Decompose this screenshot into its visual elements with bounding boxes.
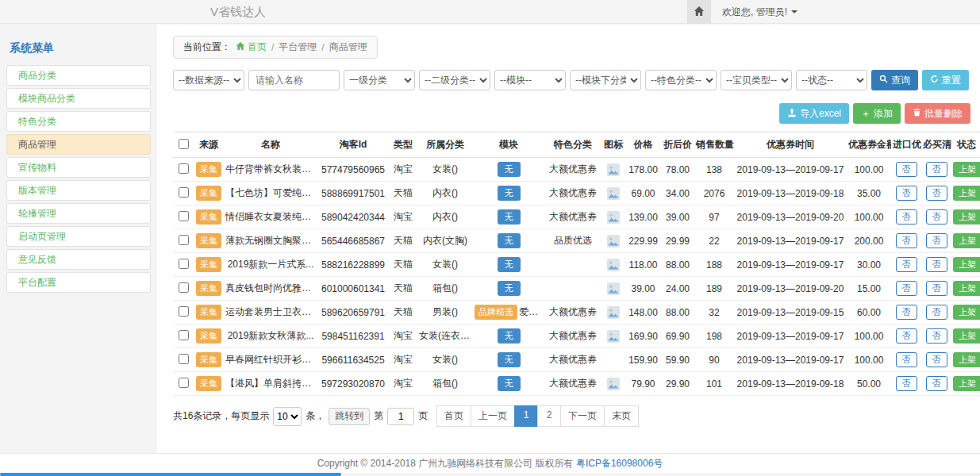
module-cell: 无 [473,253,544,277]
sidebar-item-sub[interactable]: 版本管理 [6,180,151,201]
must-buy-toggle[interactable]: 否 [926,376,947,391]
row-checkbox[interactable] [179,330,189,340]
sidebar-item-sub[interactable]: 商品分类 [6,65,151,86]
import-choice-toggle[interactable]: 否 [896,352,917,367]
main-content: 当前位置： 首页 / 平台管理 / 商品管理 --数据来源-- 一级分类--二级… [157,25,980,453]
import-choice-toggle[interactable]: 否 [896,376,917,391]
must-buy-toggle[interactable]: 否 [926,209,947,225]
sidebar-item-sub[interactable]: 启动页管理 [6,226,151,247]
status-button[interactable]: 上架 [953,352,980,367]
page-nav-button[interactable]: 末页 [604,405,639,427]
product-thumbnail [607,163,620,176]
status-button[interactable]: 上架 [953,376,980,391]
status-button[interactable]: 上架 [953,281,980,296]
filter-select[interactable]: --二级分类-- [419,70,490,90]
page-nav-button[interactable]: 下一页 [560,405,605,427]
page-size-select[interactable]: 10 [273,407,302,426]
filter-select[interactable]: --状态-- [796,70,867,90]
batch-delete-button[interactable]: 批量删除 [905,103,970,124]
row-checkbox[interactable] [179,354,189,364]
price: 39.00 [625,277,661,301]
row-checkbox[interactable] [179,163,189,174]
sidebar-item-sub[interactable]: 意见反馈 [6,249,151,270]
must-buy-toggle[interactable]: 否 [926,352,947,367]
import-choice-toggle[interactable]: 否 [896,257,917,272]
product-category: 女装() [417,348,473,372]
column-header: 图标 [601,132,625,158]
import-choice-toggle[interactable]: 否 [896,162,917,177]
sidebar-item-sub[interactable]: 模块商品分类 [6,88,151,109]
breadcrumb-separator: / [321,42,324,53]
row-checkbox[interactable] [179,378,189,388]
must-buy-toggle[interactable]: 否 [926,162,947,177]
filter-select[interactable]: --数据来源-- [173,70,244,90]
product-category: 男装() [417,301,473,324]
page-number-button[interactable]: 1 [514,405,538,427]
filter-select[interactable]: --特色分类-- [645,70,717,90]
import-choice-toggle[interactable]: 否 [896,233,917,248]
breadcrumb-prefix: 当前位置： [183,40,231,54]
horizontal-scrollbar-thumb[interactable] [0,473,341,476]
filter-select[interactable]: 一级分类 [344,70,415,90]
row-checkbox[interactable] [179,187,189,198]
sidebar-item-sub[interactable]: 特色分类 [6,111,151,132]
select-all-checkbox[interactable] [179,139,189,149]
feature-category: 大额优惠券 [544,324,601,348]
search-button[interactable]: 查询 [871,70,918,90]
must-buy-toggle[interactable]: 否 [926,186,947,201]
status-button[interactable]: 上架 [953,305,980,320]
filter-select[interactable]: --宝贝类型-- [721,70,792,90]
home-button[interactable] [687,0,711,24]
import-choice-toggle[interactable]: 否 [896,186,917,201]
import-choice-toggle[interactable]: 否 [896,305,917,320]
status-button[interactable]: 上架 [953,186,980,201]
icon-cell [601,372,625,396]
jump-button[interactable]: 跳转到 [329,408,370,425]
page-number-input[interactable] [387,408,414,425]
page-nav-button[interactable]: 上一页 [471,405,515,427]
product-category: 箱包() [417,372,473,396]
column-header: 优惠券时间 [734,132,847,158]
row-checkbox[interactable] [179,235,189,245]
filter-select[interactable]: --模块下分类-- [570,70,641,90]
add-button[interactable]: ＋ 添加 [853,103,901,124]
coupon-amount: 60.00 [847,301,891,324]
must-buy-toggle[interactable]: 否 [926,305,947,320]
breadcrumb-item: 商品管理 [329,40,367,54]
page-number-button[interactable]: 2 [537,405,561,427]
must-buy-toggle[interactable]: 否 [926,233,947,248]
row-checkbox[interactable] [179,282,189,293]
import-choice-toggle[interactable]: 否 [896,281,917,296]
must-buy-toggle[interactable]: 否 [926,257,947,272]
row-checkbox[interactable] [179,211,189,221]
status-button[interactable]: 上架 [953,328,980,344]
status-button[interactable]: 上架 [953,209,980,225]
breadcrumb-home-link[interactable]: 首页 [236,40,267,54]
sidebar-item-sub[interactable]: 商品管理 [6,134,151,155]
must-buy-toggle[interactable]: 否 [926,281,947,296]
page-nav-button[interactable]: 首页 [436,405,471,427]
feature-category: 大额优惠券 [544,348,601,372]
module-cell: 无 [473,182,544,205]
product-name: 2019新款女秋薄款... [224,324,317,348]
filter-select[interactable]: --模块-- [494,70,566,90]
discount-price: 24.00 [661,277,694,301]
status-button[interactable]: 上架 [953,257,980,272]
must-buy-toggle[interactable]: 否 [926,328,947,344]
reset-button[interactable]: 重置 [922,70,969,90]
import-choice-toggle[interactable]: 否 [896,328,917,344]
sidebar-item-sub[interactable]: 宣传物料 [6,157,151,178]
row-checkbox[interactable] [179,259,189,269]
import-excel-button[interactable]: 导入excel [779,103,849,124]
import-choice-toggle[interactable]: 否 [896,209,917,225]
sidebar-item-sub[interactable]: 平台配置 [6,272,151,293]
user-menu[interactable]: 欢迎您, 管理员! [711,6,805,19]
row-checkbox[interactable] [179,306,189,317]
app-title: V省钱达人 [210,0,266,24]
status-button[interactable]: 上架 [953,233,980,248]
name-search-input[interactable] [248,70,340,90]
sidebar-item-sub[interactable]: 轮播管理 [6,203,151,224]
icp-link[interactable]: 粤ICP备16098006号 [576,458,663,469]
status-button[interactable]: 上架 [953,162,980,177]
records-summary: 共16条记录，每页显示 [173,409,269,423]
